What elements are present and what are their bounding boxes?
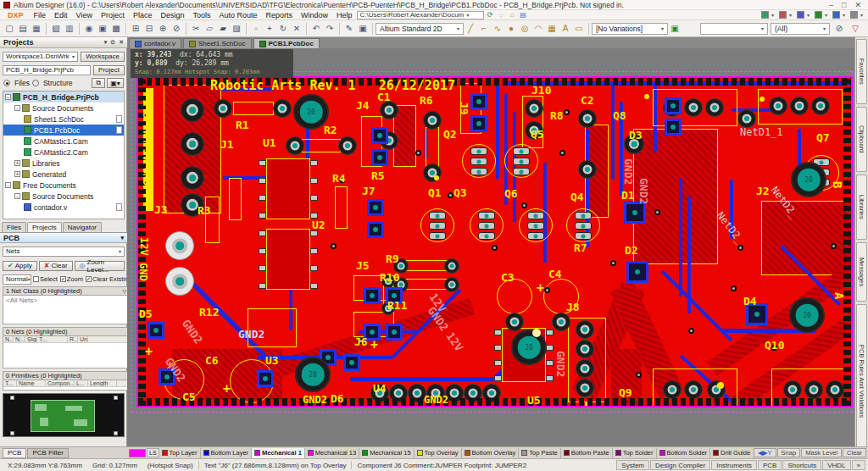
layer-sets-button[interactable]: LS — [147, 448, 159, 457]
layer-tab-drill-guide[interactable]: Drill Guide — [710, 448, 754, 458]
pcb-pad[interactable] — [737, 109, 756, 128]
pcb-transistor-outline[interactable] — [462, 144, 496, 178]
pcb-pad[interactable] — [513, 158, 530, 165]
pcb-ic-pin[interactable] — [259, 248, 266, 254]
pcb-silkscreen-label[interactable]: GND — [138, 263, 148, 281]
project-button[interactable]: Project — [93, 65, 125, 75]
pcb-pad[interactable] — [578, 109, 597, 128]
pcb-silkscreen-label[interactable]: U5 — [527, 395, 541, 406]
pcb-silkscreen-rect[interactable] — [426, 127, 439, 168]
pcb-ic-pin[interactable] — [494, 360, 502, 366]
pcb-ic-component[interactable] — [266, 229, 310, 290]
net-class-item[interactable]: <All Nets> — [6, 296, 37, 304]
refresh-icon[interactable]: ⟳ — [486, 11, 495, 19]
pcb-via[interactable] — [831, 243, 837, 249]
pcb-silkscreen-label[interactable]: R3 — [198, 205, 211, 216]
pcb-bottom-layer-pad[interactable] — [147, 322, 164, 339]
maximize-button[interactable]: □ — [842, 1, 846, 9]
tab-projects[interactable]: Projects — [27, 222, 62, 232]
collapse-icon[interactable]: - — [5, 182, 11, 188]
layer-tab-bottom-overlay[interactable]: Bottom Overlay — [462, 448, 520, 458]
pcb-silkscreen-label[interactable]: C3 — [501, 272, 515, 283]
pcb-pour-label[interactable]: GND2 — [638, 178, 649, 204]
pcb-ic-pin[interactable] — [310, 248, 318, 254]
menu-window[interactable]: Window — [297, 11, 332, 19]
filter-icon[interactable]: ▽ — [849, 22, 862, 35]
pcb-pad[interactable] — [214, 99, 232, 118]
pcb-via[interactable] — [610, 260, 616, 266]
pcb-via[interactable] — [415, 150, 421, 156]
pcb-ic-pin[interactable] — [259, 178, 266, 184]
pcb-trace[interactable] — [661, 270, 733, 342]
pcb-pad[interactable] — [576, 340, 594, 358]
pcb-ic-pin[interactable] — [494, 345, 502, 351]
panel-tab-pcb-rules-and-violations[interactable]: PCB Rules And Violations — [856, 304, 867, 458]
checkbox-clear-existing[interactable]: ✓Clear Existing — [86, 275, 131, 283]
pcb-ic-pin[interactable] — [546, 360, 554, 366]
layer-tab-bottom-solder[interactable]: Bottom Solder — [657, 448, 711, 458]
pcb-bottom-layer-pad[interactable] — [626, 261, 648, 283]
pcb-silkscreen-label[interactable]: Q5 — [531, 129, 544, 140]
pcb-silkscreen-label[interactable]: + — [145, 346, 153, 358]
pcb-silkscreen-rect[interactable] — [229, 178, 242, 220]
pcb-silkscreen-label[interactable]: C4 — [548, 269, 562, 280]
menu-place[interactable]: Place — [129, 11, 157, 19]
pcb-silkscreen-label[interactable]: Q8 — [613, 110, 626, 121]
pcb-pad[interactable] — [513, 168, 530, 175]
layer-tab-top-paste[interactable]: Top Paste — [519, 448, 560, 458]
pcb-via[interactable] — [654, 209, 660, 215]
pcb-pad[interactable] — [423, 163, 442, 182]
panel-tab-clipboard[interactable]: Clipboard — [856, 107, 867, 172]
pcb-transistor-outline[interactable] — [566, 208, 600, 242]
column-header[interactable]: T... — [37, 336, 68, 342]
pcb-silkscreen-label[interactable]: U2 — [312, 219, 326, 230]
workspace-icon[interactable]: ▤ — [519, 11, 528, 19]
apply-button[interactable]: ✔Apply — [3, 261, 37, 271]
pcb-pad[interactable] — [525, 99, 543, 118]
pcb-silkscreen-label[interactable]: U4 — [373, 383, 387, 394]
variations-combo[interactable]: [No Variations] ▾ — [592, 23, 668, 35]
net-class-list[interactable]: <All Nets> — [3, 296, 130, 324]
pcb-pad[interactable] — [181, 98, 204, 122]
component-icon[interactable]: ▭ — [573, 22, 586, 35]
nets-list[interactable]: N...N...Signal Le...T...R...Unrouted (M.… — [3, 336, 130, 368]
string-icon[interactable]: A — [559, 22, 572, 35]
pcb-silkscreen-label[interactable]: R6 — [420, 95, 433, 106]
pcb-bottom-layer-pad[interactable] — [624, 202, 646, 224]
pcb-silkscreen-label[interactable]: Q3 — [453, 187, 467, 198]
pcb-transistor-outline[interactable] — [497, 279, 532, 314]
menu-dropdown-icon-1[interactable]: ▾ — [779, 11, 792, 19]
column-header[interactable]: Unrouted (M... — [78, 336, 88, 342]
pcb-silkscreen-label[interactable]: J5 — [356, 260, 370, 271]
pcb-silkscreen-label[interactable]: J7 — [362, 186, 376, 197]
pcb-silkscreen-label[interactable]: C2 — [581, 95, 594, 106]
pcb-pad[interactable] — [804, 380, 823, 399]
pcb-ic-pin[interactable] — [546, 375, 554, 381]
tree-item-contador-v[interactable]: contador.v — [3, 202, 124, 213]
preview-handle[interactable] — [10, 431, 14, 435]
paste-icon[interactable]: ▰ — [217, 22, 230, 35]
pcb-pad[interactable] — [165, 231, 194, 260]
pcb-silkscreen-label[interactable]: Q2 — [443, 129, 457, 140]
pcb-pad[interactable] — [527, 222, 544, 230]
pcb-pad[interactable] — [470, 168, 487, 175]
favorites-icon[interactable]: ◌ — [497, 11, 506, 19]
zoom-in-icon[interactable]: ⊕ — [157, 22, 170, 35]
menu-dropdown-icon-3[interactable]: ▾ — [815, 11, 827, 19]
pcb-via[interactable] — [564, 109, 570, 115]
pcb-editor-canvas[interactable]: x: 39,243 dx: 64,643 mm y: 0,889 dy: 26,… — [127, 48, 854, 446]
view-mode-combo[interactable]: Altium Standard 2D ▾ — [376, 23, 464, 35]
pcb-silkscreen-label[interactable]: U1 — [263, 137, 276, 148]
minimize-button[interactable]: – — [829, 1, 833, 9]
fill-icon[interactable]: ▦ — [546, 22, 559, 35]
capture-icon[interactable]: ▣ — [97, 22, 109, 35]
new-document-icon[interactable]: ▢ — [3, 22, 16, 35]
pcb-silkscreen-label[interactable]: Robotic Arts Rev. 1 26/12/2017 — [210, 80, 455, 92]
pcb-silkscreen-label[interactable]: R4 — [332, 173, 346, 184]
interactive-routing-icon[interactable]: ╱ — [465, 22, 477, 35]
pcb-pad[interactable] — [338, 136, 357, 155]
current-layer-swatch[interactable] — [129, 449, 146, 457]
pcb-pad[interactable] — [470, 147, 487, 155]
pcb-silkscreen-label[interactable]: R7 — [574, 242, 587, 253]
pcb-pad[interactable] — [444, 277, 459, 292]
